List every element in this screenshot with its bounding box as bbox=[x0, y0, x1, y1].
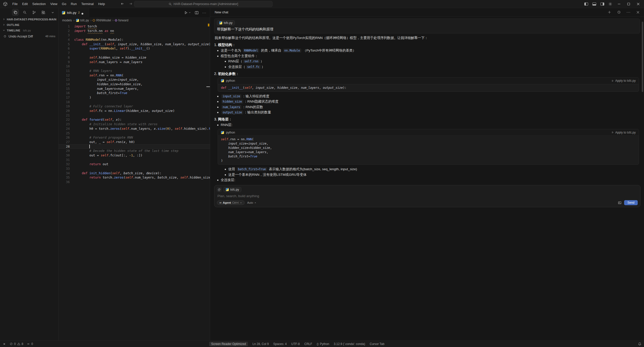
more-actions-icon[interactable]: ··· bbox=[626, 10, 631, 15]
sidebar-section-timeline[interactable]: TIMELINEtsfc.py bbox=[0, 28, 58, 33]
code-line-7[interactable]: 7 bbox=[59, 51, 210, 55]
code-line-34[interactable]: 34 def init_hidden(self, batch_size, dev… bbox=[59, 171, 210, 176]
new-chat-icon[interactable] bbox=[607, 10, 612, 15]
breadcrumb-rnnmodel[interactable]: RNNModel bbox=[93, 19, 111, 22]
code-line-24[interactable]: 24 h0 = torch.zeros(self.num_layers, x.s… bbox=[59, 126, 210, 131]
back-arrow[interactable] bbox=[120, 2, 124, 6]
menu-run[interactable]: Run bbox=[68, 1, 79, 7]
more-actions-icon[interactable]: ··· bbox=[202, 11, 206, 15]
toggle-secondary-sidebar-icon[interactable] bbox=[599, 1, 606, 7]
remote-indicator[interactable] bbox=[3, 342, 6, 346]
code-line-30[interactable]: 30 out = self.fc(out[:, -1, :]) bbox=[59, 153, 210, 158]
model-selector[interactable]: Auto bbox=[247, 201, 256, 204]
code-line-33[interactable]: 33 bbox=[59, 166, 210, 171]
cursor-tab-toggle[interactable]: Cursor Tab bbox=[370, 342, 384, 346]
screen-reader-mode[interactable]: Screen Reader Optimized bbox=[209, 342, 248, 346]
timeline-item-undo-accept-diff[interactable]: Undo Accept Diff48 mins bbox=[0, 33, 58, 39]
code-line-8[interactable]: 8 self.hidden_size = hidden_size bbox=[59, 55, 210, 60]
chat-input-placeholder[interactable]: Plan, search, build anything bbox=[217, 194, 637, 198]
code-line-10[interactable]: 10 bbox=[59, 64, 210, 69]
code-line-5[interactable]: 5 def __init__(self, input_size, hidden_… bbox=[59, 42, 210, 47]
explorer-icon[interactable] bbox=[12, 9, 19, 16]
apply-to-file-button[interactable]: Apply to tsfc.py bbox=[611, 79, 636, 82]
context-file-chip[interactable]: tsfc.py bbox=[217, 20, 235, 25]
code-line-16[interactable]: 16 batch_first=True bbox=[59, 91, 210, 95]
sidebar-section-har-dataset-preprocess-main[interactable]: HAR-DATASET-PREPROCESS-MAIN bbox=[0, 17, 58, 22]
menu-file[interactable]: File bbox=[10, 1, 20, 7]
code-line-21[interactable]: 21 bbox=[59, 113, 210, 118]
code-line-18[interactable]: 18 bbox=[59, 100, 210, 104]
code-line-22[interactable]: 22 def forward(self, x): bbox=[59, 117, 210, 122]
eol-sequence[interactable]: CRLF bbox=[304, 342, 312, 346]
run-button[interactable] bbox=[184, 11, 191, 15]
maximize-button[interactable] bbox=[624, 0, 633, 8]
gear-icon[interactable] bbox=[607, 1, 614, 7]
indentation[interactable]: Spaces: 4 bbox=[273, 342, 287, 346]
image-icon[interactable] bbox=[618, 201, 622, 205]
code-line-4[interactable]: 4class RNNModel(nn.Module): bbox=[59, 37, 210, 42]
chat-input-box[interactable]: @ tsfc.py Plan, search, build anything ∞… bbox=[214, 185, 640, 207]
search-icon[interactable] bbox=[21, 9, 28, 16]
cursor-position[interactable]: Ln 28, Col 9 bbox=[252, 342, 269, 346]
code-line-15[interactable]: 15 num_layers=num_layers, bbox=[59, 86, 210, 91]
code-line-2[interactable]: 2import torch.nn as nn bbox=[59, 29, 210, 33]
code-editor[interactable]: 1import torch2import torch.nn as nn34cla… bbox=[59, 24, 210, 340]
minimize-button[interactable] bbox=[615, 0, 623, 8]
problems-indicator[interactable]: 0 8 bbox=[10, 342, 23, 346]
code-line-32[interactable]: 32 return out bbox=[59, 162, 210, 166]
code-line-9[interactable]: 9 self.num_layers = num_layers bbox=[59, 60, 210, 64]
menu-help[interactable]: Help bbox=[96, 1, 107, 7]
split-editor-icon[interactable] bbox=[195, 11, 199, 15]
add-context-icon[interactable]: @ bbox=[217, 187, 221, 192]
close-button[interactable] bbox=[634, 0, 642, 8]
code-line-1[interactable]: 1import torch bbox=[59, 24, 210, 29]
code-line-12[interactable]: 12 self.rnn = nn.RNN( bbox=[59, 73, 210, 78]
code-line-3[interactable]: 3 bbox=[59, 33, 210, 37]
extensions-icon[interactable] bbox=[40, 9, 47, 16]
breadcrumb-models[interactable]: models bbox=[62, 19, 72, 22]
toggle-sidebar-icon[interactable] bbox=[583, 1, 590, 7]
code-line-20[interactable]: 20 self.fc = nn.Linear(hidden_size, outp… bbox=[59, 109, 210, 113]
code-line-17[interactable]: 17 ) bbox=[59, 95, 210, 100]
apply-to-file-button[interactable]: Apply to tsfc.py bbox=[611, 131, 636, 134]
menu-edit[interactable]: Edit bbox=[20, 1, 30, 7]
code-line-11[interactable]: 11 # RNN layers bbox=[59, 69, 210, 73]
menu-selection[interactable]: Selection bbox=[30, 1, 48, 7]
menu-go[interactable]: Go bbox=[60, 1, 68, 7]
forward-arrow[interactable] bbox=[129, 2, 133, 6]
menu-terminal[interactable]: Terminal bbox=[79, 1, 96, 7]
sidebar-section-outline[interactable]: OUTLINE bbox=[0, 22, 58, 28]
code-line-14[interactable]: 14 hidden_size=hidden_size, bbox=[59, 82, 210, 86]
code-line-31[interactable]: 31 bbox=[59, 158, 210, 162]
code-line-35[interactable]: 35 return torch.zeros(self.num_layers, b… bbox=[59, 175, 210, 180]
breadcrumb-tsfc-py[interactable]: tsfc.py bbox=[76, 19, 89, 22]
close-panel-icon[interactable] bbox=[635, 10, 640, 15]
code-line-36[interactable]: 36 bbox=[59, 180, 210, 184]
code-line-19[interactable]: 19 # Fully connected layer bbox=[59, 104, 210, 109]
breadcrumb-forward[interactable]: forward bbox=[115, 19, 128, 22]
bell-icon[interactable] bbox=[638, 342, 641, 346]
send-button[interactable]: Send bbox=[624, 200, 638, 205]
chevron-down-icon[interactable] bbox=[49, 9, 56, 16]
code-line-25[interactable]: 25 bbox=[59, 131, 210, 136]
code-line-27[interactable]: 27 out, _ = self.rnn(x, h0) bbox=[59, 140, 210, 144]
menu-view[interactable]: View bbox=[48, 1, 60, 7]
code-line-26[interactable]: 26 # Forward propagate RNN bbox=[59, 135, 210, 140]
history-icon[interactable] bbox=[616, 10, 621, 15]
chat-conversation[interactable]: tsfc.py 帮我解释一下这个代码的结构和原理 我来帮你解释这个代码的结构和原… bbox=[210, 17, 644, 184]
chat-scrollbar[interactable] bbox=[642, 22, 643, 92]
agent-mode-selector[interactable]: ∞ Agent Ctrl+I bbox=[217, 200, 245, 205]
code-line-23[interactable]: 23 # Initialize hidden state with zeros bbox=[59, 122, 210, 126]
command-center-search[interactable]: HAR-Dataset-Preprocess-main [Administrat… bbox=[134, 1, 273, 7]
python-interpreter[interactable]: 3.12.9 ('.conda': conda) bbox=[334, 342, 365, 346]
encoding[interactable]: UTF-8 bbox=[291, 342, 300, 346]
toggle-panel-icon[interactable] bbox=[591, 1, 598, 7]
source-control-icon[interactable] bbox=[31, 9, 37, 16]
ports-indicator[interactable]: 0 bbox=[27, 342, 33, 346]
language-mode[interactable]: {}Python bbox=[317, 342, 329, 346]
tab-tsfc-py[interactable]: tsfc.py 2 bbox=[59, 8, 89, 17]
code-line-29[interactable]: 29 # Decode the hidden state of the last… bbox=[59, 149, 210, 153]
code-line-6[interactable]: 6 super(RNNModel, self).__init__() bbox=[59, 46, 210, 51]
code-line-28[interactable]: 28 bbox=[59, 144, 210, 149]
input-context-chip[interactable]: tsfc.py bbox=[223, 187, 241, 192]
